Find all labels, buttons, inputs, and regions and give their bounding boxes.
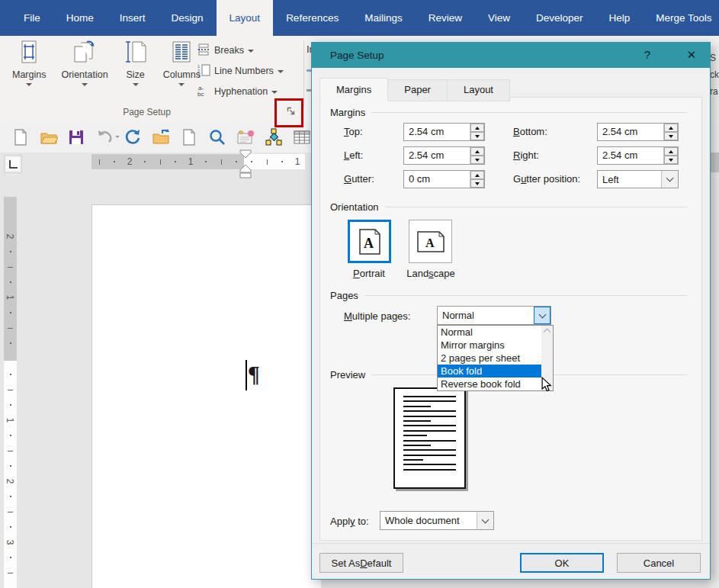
undo-icon[interactable] <box>95 128 114 146</box>
table-icon[interactable] <box>293 128 311 146</box>
bottom-spinner[interactable]: 2.54 cm <box>597 123 679 141</box>
top-value[interactable]: 2.54 cm <box>404 124 470 140</box>
orientation-landscape-tile[interactable]: A <box>409 220 452 263</box>
spin-down-button[interactable] <box>470 132 484 140</box>
ribbon-tab-layout[interactable]: Layout <box>217 0 274 36</box>
right-spinner[interactable]: 2.54 cm <box>597 146 679 165</box>
spin-down-button[interactable] <box>664 132 678 140</box>
ok-button[interactable]: OK <box>520 553 604 573</box>
page-setup-group-small-buttons: Breaks123Line Numbersa-bcHyphenation <box>197 43 284 99</box>
ruler-tick <box>10 550 11 565</box>
dropdown-option-mirror-margins[interactable]: Mirror margins <box>438 339 541 352</box>
spin-up-button[interactable] <box>470 124 484 132</box>
envelope-icon[interactable] <box>236 128 255 146</box>
gutter-position-combo[interactable]: Left <box>597 170 679 188</box>
spin-up-button[interactable] <box>470 147 484 156</box>
hyphenation-icon: a-bc <box>197 84 210 100</box>
combo-dropdown-button[interactable] <box>661 171 678 188</box>
bottom-value[interactable]: 2.54 cm <box>598 124 663 140</box>
search-icon[interactable] <box>208 128 226 146</box>
set-as-default-button[interactable]: Set As Default <box>319 553 403 573</box>
undo-dropdown-arrow[interactable] <box>115 136 120 138</box>
portrait-page-icon: A <box>358 228 381 255</box>
orientation-button[interactable]: Orientation <box>56 38 112 88</box>
chevron-down-icon <box>482 516 489 523</box>
open-recent-icon[interactable] <box>152 128 170 146</box>
new-page-icon[interactable] <box>180 128 198 146</box>
gutter-position-label: Gutter position: <box>513 173 580 185</box>
new-document-icon[interactable] <box>11 128 30 146</box>
ribbon-tab-file[interactable]: File <box>11 0 53 36</box>
dialog-close-button[interactable]: ✕ <box>684 48 699 63</box>
apply-to-label: Apply to: <box>330 516 369 527</box>
indent-markers[interactable] <box>239 149 252 182</box>
ribbon-tab-references[interactable]: References <box>273 0 351 36</box>
dropdown-option-normal[interactable]: Normal <box>438 326 541 339</box>
document-page[interactable] <box>91 204 321 588</box>
cancel-button[interactable]: Cancel <box>617 553 701 573</box>
save-icon[interactable] <box>67 128 85 146</box>
preview-text-line <box>403 449 456 451</box>
ribbon-tab-insert[interactable]: Insert <box>107 0 159 36</box>
left-value[interactable]: 2.54 cm <box>404 147 470 164</box>
gutter-label: Gutter: <box>344 173 374 185</box>
combo-dropdown-button[interactable] <box>477 512 493 529</box>
right-value[interactable]: 2.54 cm <box>598 147 663 164</box>
redo-icon[interactable] <box>124 128 142 146</box>
edge-fragment: ck <box>710 69 719 80</box>
ruler-tick <box>8 565 13 580</box>
preview-text-line <box>403 396 456 397</box>
ribbon-tab-mailings[interactable]: Mailings <box>351 0 416 36</box>
hyphenation-button[interactable]: a-bcHyphenation <box>197 84 284 99</box>
dialog-tab-layout[interactable]: Layout <box>447 79 510 101</box>
preview-text-line <box>403 420 431 422</box>
ribbon-tab-home[interactable]: Home <box>53 0 107 36</box>
multiple-pages-combo[interactable]: Normal <box>437 306 551 325</box>
dialog-tab-margins[interactable]: Margins <box>319 78 388 100</box>
line-numbers-button[interactable]: 123Line Numbers <box>197 63 284 79</box>
ribbon-tab-merge-tools[interactable]: Merge Tools <box>643 0 719 36</box>
ribbon-tab-view[interactable]: View <box>475 0 523 36</box>
tab-stop-selector[interactable] <box>4 155 22 173</box>
spin-down-button[interactable] <box>664 156 678 164</box>
dropdown-option-book-fold[interactable]: Book fold <box>438 365 541 378</box>
dialog-title: Page Setup <box>330 50 384 61</box>
gutter-spinner[interactable]: 0 cm <box>403 170 485 188</box>
ribbon-tab-review[interactable]: Review <box>416 0 475 36</box>
orientation-portrait-tile[interactable]: A <box>348 220 391 263</box>
top-spinner[interactable]: 2.54 cm <box>403 123 485 141</box>
combo-dropdown-button[interactable] <box>534 307 550 324</box>
dropdown-option-reverse-book-fold[interactable]: Reverse book fold <box>438 378 541 390</box>
ruler-tick <box>91 159 107 165</box>
dialog-help-button[interactable]: ? <box>640 48 655 63</box>
spin-up-button[interactable] <box>664 147 678 156</box>
ribbon-tab-developer[interactable]: Developer <box>523 0 596 36</box>
spin-down-button[interactable] <box>470 156 484 164</box>
spin-up-button[interactable] <box>664 124 678 132</box>
size-button[interactable]: Size <box>119 38 152 88</box>
ruler-tick <box>137 161 152 162</box>
svg-text:A: A <box>364 236 374 251</box>
apply-to-combo[interactable]: Whole document <box>380 511 494 530</box>
dialog-tab-paper[interactable]: Paper <box>387 79 448 101</box>
scroll-up-icon[interactable] <box>544 329 551 336</box>
ruler-tick: 1 <box>8 290 13 305</box>
dropdown-option-2-pages-per-sheet[interactable]: 2 pages per sheet <box>438 352 541 365</box>
orientation-landscape-label: Landscape <box>404 268 457 279</box>
preview-text-line <box>403 455 456 456</box>
ribbon-tab-help[interactable]: Help <box>596 0 644 36</box>
breaks-button[interactable]: Breaks <box>197 43 284 58</box>
open-folder-icon[interactable] <box>40 128 58 146</box>
ribbon-tab-design[interactable]: Design <box>159 0 217 36</box>
spin-down-button[interactable] <box>470 179 484 188</box>
left-spinner[interactable]: 2.54 cm <box>403 146 485 165</box>
org-chart-icon[interactable] <box>265 128 283 146</box>
spin-up-button[interactable] <box>470 171 484 179</box>
svg-text:bc: bc <box>197 91 204 98</box>
ruler-tick <box>259 159 274 165</box>
ruler-tick <box>8 320 13 336</box>
gutter-value[interactable]: 0 cm <box>404 171 470 188</box>
ruler-tick <box>10 397 11 413</box>
margins-button[interactable]: Margins <box>8 38 50 88</box>
ruler-tick: 1 <box>290 156 305 167</box>
